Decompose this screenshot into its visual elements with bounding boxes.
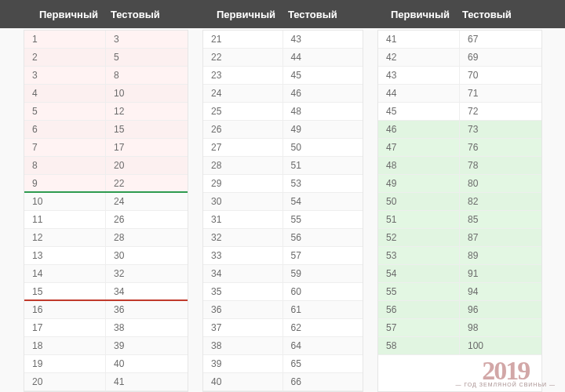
table-row: 3054 (203, 193, 363, 211)
cell-primary: 15 (24, 283, 106, 299)
table-row: 615 (24, 121, 188, 139)
cell-primary: 5 (24, 103, 106, 120)
table-row: 2851 (203, 157, 363, 175)
cell-primary: 29 (203, 175, 283, 192)
cell-test: 49 (283, 121, 363, 138)
cell-test: 57 (283, 247, 363, 264)
cell-test: 55 (283, 211, 363, 228)
cell-primary: 57 (378, 319, 460, 336)
cell-primary: 28 (203, 157, 283, 174)
cell-test: 41 (106, 373, 188, 390)
table-row: 717 (24, 139, 188, 157)
cell-test: 34 (106, 283, 188, 299)
cell-primary: 25 (203, 103, 283, 120)
cell-test: 36 (106, 301, 188, 318)
cell-test: 85 (460, 211, 541, 228)
table-row: 4167 (378, 31, 541, 49)
cell-primary: 53 (378, 247, 460, 264)
cell-test: 5 (106, 49, 188, 66)
table-row: 4673 (378, 121, 541, 139)
header-group-3: Первичный Тестовый (385, 9, 518, 20)
table-row: 3661 (203, 301, 363, 319)
header-group-1: Первичный Тестовый (33, 9, 166, 20)
cell-test: 70 (460, 67, 541, 84)
table-row: 922 (24, 175, 188, 193)
cell-test: 44 (283, 49, 363, 66)
cell-test: 78 (460, 157, 541, 174)
cell-test: 48 (283, 103, 363, 120)
table-row: 1330 (24, 247, 188, 265)
cell-test: 56 (283, 229, 363, 246)
table-row: 512 (24, 103, 188, 121)
cell-primary: 23 (203, 67, 283, 84)
cell-primary: 17 (24, 319, 106, 336)
table-row: 3864 (203, 337, 363, 355)
table-row: 3560 (203, 283, 363, 301)
cell-test: 8 (106, 67, 188, 84)
table-row: 38 (24, 67, 188, 85)
columns-wrap: 1325384105126157178209221024112612281330… (0, 28, 565, 392)
cell-test: 62 (283, 319, 363, 336)
table-row: 1228 (24, 229, 188, 247)
table-row: 25 (24, 49, 188, 67)
table-row: 2649 (203, 121, 363, 139)
cell-test: 45 (283, 67, 363, 84)
cell-test: 91 (460, 265, 541, 282)
table-row: 4471 (378, 85, 541, 103)
table-row: 3762 (203, 319, 363, 337)
cell-test: 28 (106, 229, 188, 246)
cell-primary: 40 (203, 373, 283, 390)
table-row: 1534 (24, 283, 188, 301)
cell-primary: 20 (24, 373, 106, 390)
cell-test: 43 (283, 31, 363, 48)
cell-test: 69 (460, 49, 541, 66)
cell-test: 39 (106, 337, 188, 354)
cell-test: 30 (106, 247, 188, 264)
header-primary-3: Первичный (385, 9, 456, 20)
cell-test: 40 (106, 355, 188, 372)
cell-test: 3 (106, 31, 188, 48)
cell-primary: 39 (203, 355, 283, 372)
table-row: 410 (24, 85, 188, 103)
cell-primary: 26 (203, 121, 283, 138)
table-row: 2953 (203, 175, 363, 193)
table-row: 820 (24, 157, 188, 175)
cell-test: 38 (106, 319, 188, 336)
table-row: 5798 (378, 319, 541, 337)
table-row: 1432 (24, 265, 188, 283)
cell-primary: 3 (24, 67, 106, 84)
table-row: 4776 (378, 139, 541, 157)
table-row: 4980 (378, 175, 541, 193)
table-col-1: 1325384105126157178209221024112612281330… (24, 30, 188, 392)
cell-primary: 54 (378, 265, 460, 282)
table-row: 1839 (24, 337, 188, 355)
cell-test: 17 (106, 139, 188, 156)
table-row: 1024 (24, 193, 188, 211)
cell-primary: 8 (24, 157, 106, 174)
table-row: 3256 (203, 229, 363, 247)
cell-primary: 9 (24, 175, 106, 191)
cell-test: 96 (460, 301, 541, 318)
cell-primary: 37 (203, 319, 283, 336)
cell-primary: 50 (378, 193, 460, 210)
cell-primary: 16 (24, 301, 106, 318)
cell-test: 64 (283, 337, 363, 354)
cell-test: 53 (283, 175, 363, 192)
table-row: 2143 (203, 31, 363, 49)
table-row: 4269 (378, 49, 541, 67)
table-row: 4572 (378, 103, 541, 121)
table-row: 5491 (378, 265, 541, 283)
table-row: 4878 (378, 157, 541, 175)
cell-test: 72 (460, 103, 541, 120)
cell-primary: 51 (378, 211, 460, 228)
table-row: 2244 (203, 49, 363, 67)
cell-primary: 27 (203, 139, 283, 156)
cell-primary: 19 (24, 355, 106, 372)
cell-primary: 41 (378, 31, 460, 48)
cell-test: 89 (460, 247, 541, 264)
cell-primary: 30 (203, 193, 283, 210)
cell-test: 82 (460, 193, 541, 210)
cell-test: 51 (283, 157, 363, 174)
cell-primary: 44 (378, 85, 460, 102)
table-row: 5594 (378, 283, 541, 301)
